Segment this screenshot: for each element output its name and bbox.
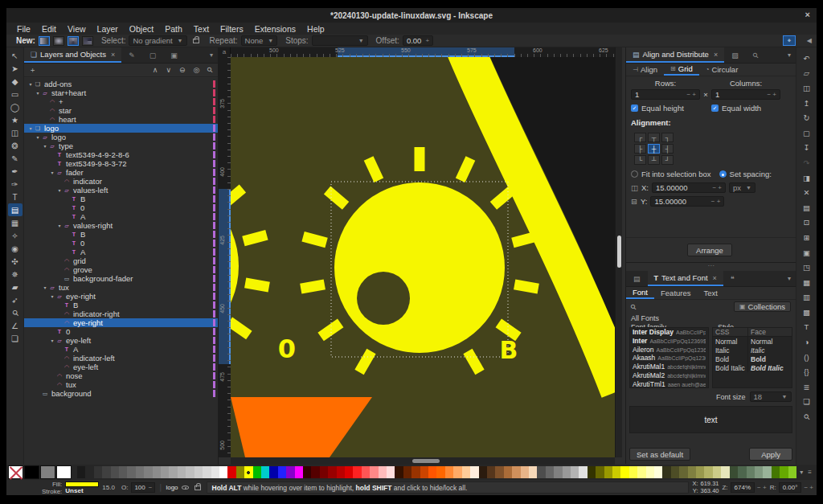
palette-swatch[interactable] — [596, 466, 604, 478]
expander-icon[interactable]: ▾ — [56, 223, 63, 228]
find-icon[interactable]: ⚲ — [799, 410, 813, 424]
tree-item-B[interactable]: TB — [24, 301, 218, 309]
palette-swatch[interactable] — [337, 466, 345, 478]
palette-swatch[interactable] — [487, 466, 495, 478]
zoom-center-icon[interactable]: ◳ — [803, 260, 810, 275]
ellipse-tool[interactable]: ◯ — [8, 100, 23, 113]
tree-item-eye-left[interactable]: ▾▱eye-left — [24, 336, 218, 345]
palette-swatch[interactable] — [261, 466, 269, 478]
font-search-icon[interactable]: ⚲ — [629, 302, 638, 312]
swatch-none[interactable] — [8, 465, 23, 479]
palette-swatch[interactable] — [755, 466, 763, 478]
set-as-default-button[interactable]: Set as default — [629, 448, 690, 461]
menu-path[interactable]: Path — [159, 24, 188, 34]
toolbar-collapse-icon[interactable]: ◀ — [807, 35, 812, 46]
expander-icon[interactable]: ▾ — [49, 338, 55, 343]
expander-icon[interactable]: ▾ — [56, 187, 63, 193]
tree-item-logo[interactable]: ▾❏logo — [24, 124, 218, 133]
titlebar[interactable]: *20240130-update-linuxdaw.svg - Inkscape… — [6, 8, 817, 23]
tree-item-text5349-9-8-3-72[interactable]: Ttext5349-9-8-3-72 — [24, 159, 218, 168]
collections-button[interactable]: ▣Collections — [734, 301, 791, 312]
palette-swatch[interactable] — [721, 466, 729, 478]
tree-item-type[interactable]: ▾▱type — [24, 141, 218, 150]
palette-swatch[interactable] — [646, 466, 654, 478]
swatches-dialog-icon[interactable]: ▢ — [142, 51, 164, 59]
palette-swatch[interactable] — [772, 466, 780, 478]
palette-swatch[interactable] — [654, 466, 662, 478]
palette-swatch[interactable] — [604, 466, 612, 478]
expander-icon[interactable]: ▾ — [49, 293, 55, 299]
xml-editor-icon[interactable]: {} — [804, 364, 809, 379]
gradient-lock-icon[interactable] — [193, 39, 199, 43]
font-style-item[interactable]: Bold ItalicBold Italic — [713, 363, 792, 372]
vertical-scrollbar[interactable] — [615, 47, 622, 457]
palette-swatch[interactable] — [637, 466, 645, 478]
font-list-item[interactable]: AkrutiMal1abcdefghijklmnop(1) — [630, 363, 708, 371]
fill-color-swatch[interactable] — [65, 481, 99, 487]
palette-swatch[interactable] — [688, 466, 696, 478]
palette-swatch[interactable] — [671, 466, 679, 478]
palette-swatch[interactable] — [420, 466, 428, 478]
palette-swatch[interactable] — [186, 466, 194, 478]
tree-item-A[interactable]: TA — [24, 212, 218, 221]
palette-swatch[interactable] — [730, 466, 738, 478]
tree-item-background[interactable]: ▭background — [24, 389, 218, 398]
menu-help[interactable]: Help — [301, 24, 330, 34]
palette-swatch[interactable] — [244, 466, 252, 478]
palette-swatch[interactable] — [512, 466, 520, 478]
palette-swatch[interactable] — [236, 466, 244, 478]
x-spacing-spinbox[interactable]: 15.00000− + — [652, 182, 726, 193]
linear-gradient-button[interactable] — [39, 36, 50, 46]
palette-swatch[interactable] — [529, 466, 537, 478]
import-icon[interactable]: ↧ — [804, 141, 810, 156]
blend-mode-icon[interactable]: ◎ — [194, 66, 200, 74]
star-tool[interactable]: ★ — [8, 113, 23, 126]
font-list-item[interactable]: InterAaBbCcIiPpQq12369$€4?. — [630, 337, 708, 346]
equal-height-checkbox[interactable]: ✓Equal height — [631, 104, 711, 113]
calligraphy-tool[interactable]: ✑ — [8, 178, 23, 191]
horizontal-ruler[interactable]: 500525550575600625 — [231, 47, 615, 57]
palette-swatch[interactable] — [286, 466, 294, 478]
palette-scroll-icon[interactable]: ▾ — [800, 469, 803, 476]
opacity-spinbox[interactable]: 100− — [131, 482, 155, 493]
symbols-icon[interactable]: ◑ — [805, 334, 809, 350]
zoom-selection-icon[interactable]: ⊡ — [804, 215, 810, 231]
eraser-tool[interactable]: ▰ — [8, 281, 23, 293]
tree-item-grid[interactable]: ◠grid — [24, 256, 218, 265]
font-style-item[interactable]: BoldBold — [713, 354, 792, 363]
menu-extensions[interactable]: Extensions — [249, 24, 301, 34]
font-style-item[interactable]: ItalicItalic — [713, 346, 792, 354]
revert-icon[interactable]: ↻ — [804, 110, 810, 125]
palette-swatch[interactable] — [303, 466, 311, 478]
subtab-grid[interactable]: ⊞Grid — [664, 64, 699, 76]
zoom-drawing-icon[interactable]: ⊞ — [804, 230, 810, 245]
font-list-item[interactable]: AkaashAaBbCcIiPpQq12369$€€?.; — [630, 354, 708, 363]
rows-spinbox[interactable]: 1− + — [631, 89, 700, 100]
tree-item-B[interactable]: TB — [24, 195, 218, 203]
palette-swatch[interactable] — [780, 466, 788, 478]
style-dialog-icon[interactable]: ✎ — [121, 51, 142, 59]
paste-icon[interactable]: ▤ — [803, 200, 810, 215]
dropper-tool[interactable]: ✧ — [8, 229, 23, 242]
expander-icon[interactable]: ▾ — [42, 285, 48, 290]
palette-swatch[interactable] — [479, 466, 487, 478]
export-icon[interactable]: ↥ — [804, 96, 810, 111]
objects-dialog-icon[interactable]: ▣ — [163, 51, 185, 59]
palette-swatch[interactable] — [320, 466, 328, 478]
palette-swatch[interactable] — [153, 466, 161, 478]
snap-toggle-button[interactable]: ⌖ — [783, 35, 796, 46]
palette-swatch[interactable] — [453, 466, 461, 478]
palette-swatch[interactable] — [362, 466, 370, 478]
panel-menu-chevron-icon[interactable]: ▾ — [788, 51, 791, 59]
palette-swatch[interactable] — [704, 466, 712, 478]
tree-item-eye-right[interactable]: ▾▱eye-right — [24, 292, 218, 301]
palette-swatch[interactable] — [696, 466, 704, 478]
tree-item-nose[interactable]: ◠nose — [24, 371, 218, 380]
add-object-icon[interactable]: ＋ — [29, 65, 36, 76]
apply-button[interactable]: Apply — [749, 448, 792, 461]
shape-builder-tool[interactable]: ◆ — [8, 75, 23, 88]
panel-menu-chevron-icon[interactable]: ▾ — [788, 275, 791, 282]
tree-item-star[interactable]: ◠star — [24, 106, 218, 115]
align-grid-cell-0[interactable]: ┌ — [634, 133, 646, 142]
font-list-item[interactable]: Inter DisplayAaBbCcIiPpQq'236 — [630, 328, 708, 337]
